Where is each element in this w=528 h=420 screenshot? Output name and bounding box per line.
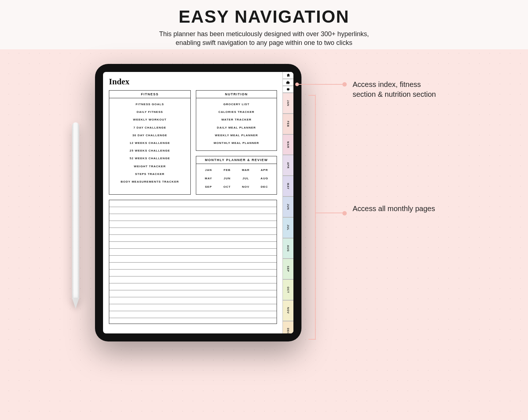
main-title: EASY NAVIGATION bbox=[0, 7, 528, 27]
fitness-link[interactable]: WEEKLY WORKOUT bbox=[111, 116, 189, 123]
callout-bottom: Access all monthly pages bbox=[353, 204, 440, 214]
month-link[interactable]: MAR bbox=[236, 167, 255, 173]
nutrition-link[interactable]: WEEKLY MEAL PLANNER bbox=[198, 131, 275, 139]
callout-bottom-text: Access all monthly pages bbox=[353, 205, 435, 213]
fitness-link[interactable]: DAILY FITNESS bbox=[111, 108, 189, 116]
month-link[interactable]: MAY bbox=[199, 175, 218, 182]
month-tab-feb[interactable]: FEB bbox=[282, 114, 293, 134]
nutrition-link[interactable]: GROCERY LIST bbox=[198, 100, 275, 108]
month-link[interactable]: FEB bbox=[218, 167, 236, 173]
month-tab-may[interactable]: MAY bbox=[282, 176, 293, 196]
month-link[interactable]: DEC bbox=[255, 184, 274, 190]
fitness-link[interactable]: STEPS TRACKER bbox=[111, 170, 189, 178]
month-tab-oct[interactable]: OCT bbox=[282, 279, 293, 300]
month-tab-dec[interactable]: DEC bbox=[282, 321, 293, 333]
month-tab-sep[interactable]: SEP bbox=[282, 259, 293, 279]
fitness-link[interactable]: WEIGHT TRACKER bbox=[111, 163, 189, 170]
nutrition-link[interactable]: DAILY MEAL PLANNER bbox=[198, 124, 275, 131]
fitness-link[interactable]: 25 WEEKS CHALLENGE bbox=[111, 147, 189, 154]
fitness-link[interactable]: 12 WEEKS CHALLENGE bbox=[111, 139, 189, 147]
fitness-list: FITNESS GOALSDAILY FITNESSWEEKLY WORKOUT… bbox=[109, 98, 190, 189]
page-title: Index bbox=[109, 77, 277, 87]
tablet-screen: Index FITNESS FITNESS GOALSDAILY FITNESS… bbox=[103, 72, 293, 333]
month-link[interactable]: NOV bbox=[236, 184, 255, 190]
months-grid: JANFEBMARAPRMAYJUNJULAUGSEPOCTNOVDEC bbox=[196, 164, 277, 194]
notes-area[interactable] bbox=[109, 200, 277, 324]
month-link[interactable]: SEP bbox=[199, 184, 218, 190]
callout-top: Access index, fitness section & nutritio… bbox=[353, 80, 440, 99]
nutrition-link[interactable]: MONTHLY MEAL PLANNER bbox=[198, 139, 275, 147]
apple-icon[interactable] bbox=[282, 86, 293, 93]
month-tab-aug[interactable]: AUG bbox=[282, 238, 293, 259]
month-link[interactable]: OCT bbox=[218, 184, 236, 190]
subtitle-line1: This planner has been meticulously desig… bbox=[159, 30, 369, 38]
fitness-link[interactable]: FITNESS GOALS bbox=[111, 100, 189, 108]
month-tab-jan[interactable]: JAN bbox=[282, 93, 293, 114]
stylus-tip bbox=[72, 298, 79, 309]
month-tab-apr[interactable]: APR bbox=[282, 155, 293, 176]
month-link[interactable]: APR bbox=[255, 167, 274, 173]
stylus bbox=[72, 122, 79, 316]
fitness-link[interactable]: 7 DAY CHALLENGE bbox=[111, 124, 189, 131]
month-tab-jun[interactable]: JUN bbox=[282, 196, 293, 217]
subtitle: This planner has been meticulously desig… bbox=[0, 30, 528, 47]
nutrition-box: NUTRITION GROCERY LISTCALORIES TRACKERWA… bbox=[196, 90, 277, 151]
callout-line-top bbox=[297, 84, 343, 85]
fitness-link[interactable]: BODY MEASUREMENTS TRACKER bbox=[111, 178, 189, 186]
stylus-body bbox=[72, 122, 79, 298]
index-page: Index FITNESS FITNESS GOALSDAILY FITNESS… bbox=[103, 72, 282, 333]
month-tab-jul[interactable]: JUL bbox=[282, 217, 293, 238]
nutrition-link[interactable]: WATER TRACKER bbox=[198, 116, 275, 123]
fitness-box: FITNESS FITNESS GOALSDAILY FITNESSWEEKLY… bbox=[109, 90, 191, 195]
callout-dot-icon bbox=[342, 82, 347, 87]
stage: Index FITNESS FITNESS GOALSDAILY FITNESS… bbox=[0, 49, 528, 420]
nutrition-heading: NUTRITION bbox=[196, 91, 277, 98]
nutrition-list: GROCERY LISTCALORIES TRACKERWATER TRACKE… bbox=[196, 98, 277, 150]
header-strip: EASY NAVIGATION This planner has been me… bbox=[0, 0, 528, 49]
callout-dot-icon bbox=[342, 211, 347, 215]
month-link[interactable]: JUN bbox=[218, 175, 236, 182]
monthly-box: MONTHLY PLANNER & REVIEW JANFEBMARAPRMAY… bbox=[196, 156, 277, 195]
month-link[interactable]: JUL bbox=[236, 175, 255, 182]
nutrition-link[interactable]: CALORIES TRACKER bbox=[198, 108, 275, 116]
monthly-heading: MONTHLY PLANNER & REVIEW bbox=[196, 156, 277, 164]
month-tab-nov[interactable]: NOV bbox=[282, 300, 293, 321]
fitness-link[interactable]: 30 DAY CHALLENGE bbox=[111, 131, 189, 139]
subtitle-line2: enabling swift navigation to any page wi… bbox=[176, 39, 352, 46]
callout-line-bottom bbox=[315, 213, 343, 213]
callout-top-text: Access index, fitness section & nutritio… bbox=[353, 80, 436, 98]
month-link[interactable]: JAN bbox=[199, 167, 218, 173]
tablet-frame: Index FITNESS FITNESS GOALSDAILY FITNESS… bbox=[95, 64, 301, 341]
fitness-link[interactable]: 52 WEEKS CHALLENGE bbox=[111, 154, 189, 162]
month-bracket bbox=[315, 95, 316, 340]
fitness-heading: FITNESS bbox=[109, 91, 190, 98]
month-link[interactable]: AUG bbox=[255, 175, 274, 182]
side-tabs: JANFEBMARAPRMAYJUNJULAUGSEPOCTNOVDEC bbox=[282, 72, 293, 333]
month-tab-mar[interactable]: MAR bbox=[282, 134, 293, 155]
home-icon[interactable] bbox=[282, 72, 293, 79]
puzzle-icon[interactable] bbox=[282, 79, 293, 86]
